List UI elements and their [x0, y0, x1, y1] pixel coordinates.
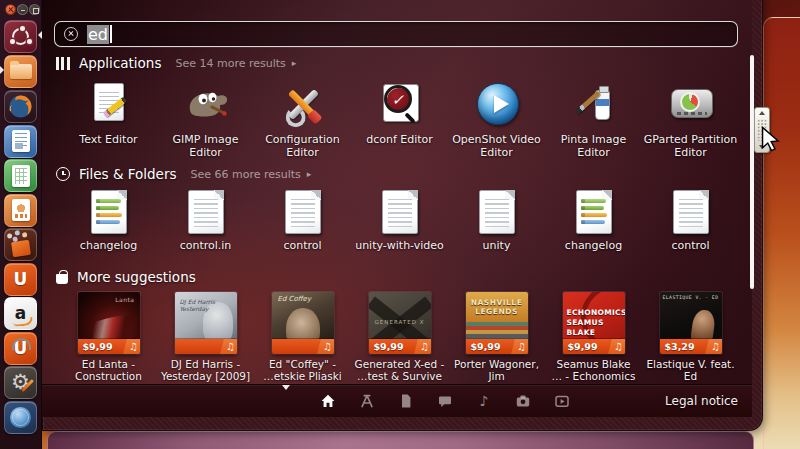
app-result-gparted[interactable]: GParted Partition Editor [642, 80, 739, 159]
app-result-gimp[interactable]: GIMP Image Editor [157, 80, 254, 159]
legal-notice-link[interactable]: Legal notice [665, 394, 738, 408]
album-cover: NASHVILLE LEGENDS $9,99 ♫ [466, 292, 528, 354]
price-bar: $9,99 ♫ [78, 339, 140, 354]
files-row: changelog control.in control unity-with-… [60, 190, 739, 252]
launcher-ubuntu-one[interactable]: U [4, 263, 37, 296]
text-document-icon [285, 190, 321, 234]
album-cover-text: GENERATED X [369, 319, 431, 325]
scrollbar-track[interactable] [750, 55, 754, 289]
music-note-icon: ♫ [220, 339, 237, 354]
launcher-libreoffice-calc[interactable] [4, 159, 37, 192]
price-label: $3,29 [660, 341, 707, 352]
libreoffice-impress-icon [12, 199, 30, 221]
ubuntu-dash-icon [12, 28, 29, 45]
file-result-changelog-2[interactable]: changelog [545, 190, 642, 252]
amazon-icon: a [15, 305, 26, 322]
video-lens-icon[interactable] [554, 393, 570, 409]
focused-app-arrow-icon [38, 31, 42, 39]
window-maximize-button[interactable] [29, 4, 40, 15]
text-document-icon [382, 190, 418, 234]
running-app-pip-icon [0, 66, 4, 74]
file-result-control[interactable]: control [254, 190, 351, 252]
launcher-web-browser[interactable] [4, 401, 37, 434]
messages-lens-icon[interactable] [437, 393, 453, 409]
file-result-unity-with-video[interactable]: unity-with-video [351, 190, 448, 252]
section-title: More suggestions [77, 269, 196, 285]
result-label: changelog [80, 239, 137, 252]
scroll-up-icon[interactable] [759, 111, 765, 115]
see-more-label: See 14 more results [175, 57, 285, 70]
text-caret [110, 25, 112, 43]
paintbrush-icon [569, 80, 619, 128]
launcher-system-settings[interactable]: ⚙ [4, 366, 37, 399]
music-note-icon: ♫ [511, 339, 528, 354]
result-label: OpenShot Video Editor [449, 133, 544, 159]
result-label: control [283, 239, 321, 252]
launcher: U a U ⚙ [0, 0, 42, 449]
launcher-dash-home[interactable] [4, 20, 37, 53]
result-label: control [671, 239, 709, 252]
text-document-icon [673, 190, 709, 234]
chevron-right-icon: ▸ [292, 58, 297, 68]
app-result-configuration-editor[interactable]: Configuration Editor [254, 80, 351, 159]
libreoffice-calc-icon [12, 165, 30, 187]
price-label: $9,99 [369, 341, 416, 352]
shopping-bag-icon [56, 274, 68, 284]
album-title: DJ Ed Harris - Yesterday [2009] [161, 358, 250, 383]
album-cover: GENERATED X $9,99 ♫ [369, 292, 431, 354]
firefox-icon [7, 93, 34, 120]
window-minimize-button[interactable] [17, 4, 28, 15]
ubuntu-one-icon: U [14, 269, 28, 289]
app-result-dconf-editor[interactable]: ✓ dconf Editor [351, 80, 448, 159]
files-folders-header: Files & Folders See 66 more results ▸ [56, 165, 311, 183]
result-label: unity [483, 239, 511, 252]
home-lens-icon[interactable] [320, 393, 336, 409]
price-bar: $9,99 ♫ [369, 339, 431, 354]
music-note-icon: ♫ [123, 339, 140, 354]
active-lens-indicator [282, 385, 290, 390]
launcher-firefox[interactable] [4, 90, 37, 123]
disk-partition-icon [666, 80, 716, 128]
result-label: Pinta Image Editor [546, 133, 641, 159]
lens-bar: ♪ Legal notice [42, 384, 752, 417]
section-title: Applications [79, 55, 161, 71]
applications-lens-icon[interactable] [359, 393, 375, 409]
launcher-ubuntu-one-music[interactable]: U [4, 332, 37, 365]
result-label: Text Editor [79, 133, 137, 146]
see-more-applications-link[interactable]: See 14 more results ▸ [175, 57, 296, 70]
file-result-unity[interactable]: unity [448, 190, 545, 252]
price-bar: $9,99 ♫ [563, 339, 625, 354]
album-cover: Lanta $9,99 ♫ [78, 292, 140, 354]
app-result-text-editor[interactable]: Text Editor [60, 80, 157, 159]
launcher-libreoffice-writer[interactable] [4, 125, 37, 158]
libreoffice-writer-icon [12, 130, 30, 152]
photos-lens-icon[interactable] [515, 393, 531, 409]
launcher-software-center[interactable] [4, 228, 37, 261]
changelog-document-icon [576, 190, 612, 234]
file-result-changelog[interactable]: changelog [60, 190, 157, 252]
applications-header: Applications See 14 more results ▸ [56, 54, 296, 72]
text-document-icon [188, 190, 224, 234]
launcher-home-folder[interactable] [4, 55, 37, 88]
chevron-right-icon: ▸ [307, 169, 312, 179]
see-more-files-link[interactable]: See 66 more results ▸ [191, 168, 312, 181]
window-close-button[interactable] [5, 4, 16, 15]
file-result-control-in[interactable]: control.in [157, 190, 254, 252]
music-note-icon: ♫ [414, 339, 431, 354]
clear-search-icon[interactable] [64, 27, 78, 41]
gimp-icon [181, 80, 231, 128]
files-lens-icon[interactable] [398, 393, 414, 409]
price-label: $9,99 [563, 341, 610, 352]
app-result-openshot[interactable]: OpenShot Video Editor [448, 80, 545, 159]
mouse-cursor [761, 126, 780, 156]
launcher-libreoffice-impress[interactable] [4, 194, 37, 227]
search-input[interactable]: ed [54, 21, 738, 47]
launcher-amazon[interactable]: a [4, 297, 37, 330]
file-result-control-2[interactable]: control [642, 190, 739, 252]
changelog-document-icon [91, 190, 127, 234]
music-note-icon: ♫ [317, 339, 334, 354]
music-lens-icon[interactable]: ♪ [476, 393, 492, 409]
music-note-icon: ♫ [608, 339, 625, 354]
app-result-pinta[interactable]: Pinta Image Editor [545, 80, 642, 159]
album-cover: ECHONOMICS SEAMUS BLAKE $9,99 ♫ [563, 292, 625, 354]
